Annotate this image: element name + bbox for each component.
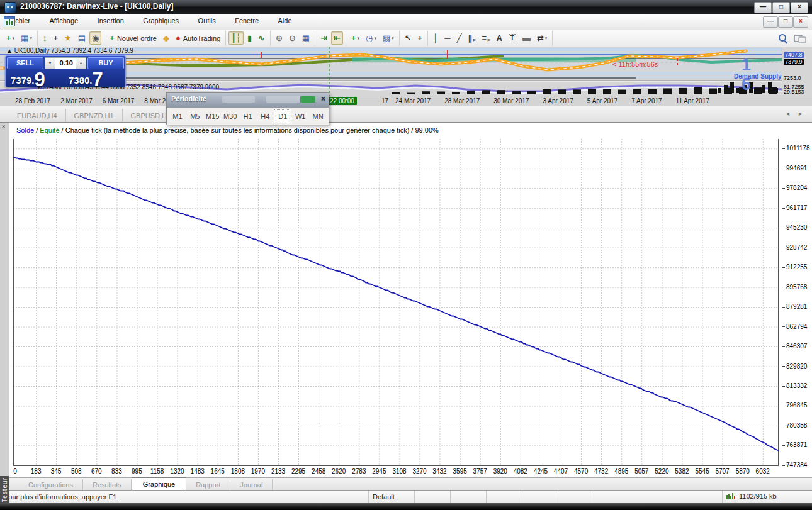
terminal-button[interactable]: ▤ xyxy=(76,31,88,45)
horizontal-line-button[interactable]: ─ xyxy=(442,31,453,45)
community-chat-icon[interactable] xyxy=(794,34,806,43)
chevron-down-icon[interactable]: ▾ xyxy=(358,36,360,41)
period-button-m1[interactable]: M1 xyxy=(169,109,186,123)
zoom-out-button[interactable]: ⊖ xyxy=(286,31,298,45)
period-button-h1[interactable]: H1 xyxy=(239,109,257,123)
bar-chart-button[interactable]: ┃┆ xyxy=(228,31,244,45)
period-button-h4[interactable]: H4 xyxy=(256,109,274,123)
tester-tab-graphique[interactable]: Graphique xyxy=(132,477,186,491)
navigator-button[interactable]: ★ xyxy=(62,31,74,45)
new-order-button[interactable]: +Nouvel ordre xyxy=(107,31,159,45)
text-label-button[interactable]: T xyxy=(506,32,519,44)
tester-tab-journal[interactable]: Journal xyxy=(230,479,273,491)
menu-item-fenetre[interactable]: Fenetre xyxy=(228,14,266,30)
zoom-in-button[interactable]: ⊕ xyxy=(273,31,285,45)
menu-item-aide[interactable]: Aide xyxy=(271,14,299,30)
x-axis-label: 183 xyxy=(31,468,42,475)
periodicity-close-icon[interactable]: × xyxy=(321,94,325,103)
cursor-button[interactable]: ↖ xyxy=(402,31,414,45)
maximize-button[interactable]: □ xyxy=(772,2,790,13)
tester-tabs: ConfigurationsResultatsGraphiqueRapportJ… xyxy=(0,477,812,491)
autotrading-button[interactable]: ●AutoTrading xyxy=(173,31,223,45)
shapes-button[interactable]: ▬ xyxy=(520,31,533,45)
fibonacci-button[interactable]: ≡F xyxy=(480,31,493,45)
chevron-down-icon[interactable]: ▾ xyxy=(545,36,548,41)
menu-item-insertion[interactable]: Insertion xyxy=(91,14,131,30)
menu-item-outils[interactable]: Outils xyxy=(191,14,223,30)
search-icon[interactable] xyxy=(778,33,787,43)
date-fragment: 17 xyxy=(381,97,388,104)
tester-vertical-tab[interactable]: Testeur xyxy=(0,476,9,504)
period-button-mn[interactable]: MN xyxy=(309,109,327,123)
period-button-w1[interactable]: W1 xyxy=(291,109,309,123)
child-restore-button[interactable]: □ xyxy=(778,16,793,28)
navigator-icon: ★ xyxy=(64,33,72,43)
close-button[interactable]: × xyxy=(791,2,808,13)
x-axis-label: 508 xyxy=(71,468,82,475)
tester-tab-resultats[interactable]: Resultats xyxy=(83,479,132,491)
line-chart-button[interactable]: ∿ xyxy=(256,31,268,45)
volume-decrease-button[interactable]: ▼ xyxy=(45,57,55,69)
data-window-button[interactable]: + xyxy=(50,31,60,45)
child-minimize-button[interactable]: — xyxy=(763,16,778,28)
shapes-icon: ▬ xyxy=(522,33,531,43)
symbol-ohlc-text: UK100,Daily 7354.3 7392.4 7334.6 7379.9 xyxy=(14,47,133,54)
chart-profiles-button[interactable]: ▦▾ xyxy=(18,31,35,45)
periodicity-titlebar[interactable]: Périodicité × xyxy=(167,93,329,108)
chevron-down-icon[interactable]: ▾ xyxy=(30,36,32,41)
tester-tab-configurations[interactable]: Configurations xyxy=(19,479,83,491)
volume-increase-button[interactable]: ▲ xyxy=(76,57,86,69)
arrows-button[interactable]: ⇄▾ xyxy=(534,31,550,45)
legend-model-text: / Chaque tick (la méthode la plus précis… xyxy=(60,126,439,134)
candlestick-chart-button[interactable]: ▮ xyxy=(245,31,254,45)
trendline-button[interactable]: ╱ xyxy=(454,31,465,45)
balance-curve-svg xyxy=(13,139,779,466)
market-watch-button[interactable]: ↕ xyxy=(40,31,50,45)
x-axis-label: 1158 xyxy=(150,468,164,475)
new-order-label: Nouvel ordre xyxy=(117,35,157,42)
buy-button[interactable]: BUY xyxy=(87,57,124,69)
sell-price[interactable]: 7379.9 xyxy=(11,69,45,86)
new-chart-button[interactable]: +▾ xyxy=(4,31,17,45)
chart-tab-gbpnzd-h1[interactable]: GBPNZD,H1 xyxy=(66,109,123,122)
vertical-line-button[interactable]: │ xyxy=(431,31,441,45)
sell-button[interactable]: SELL xyxy=(7,57,43,69)
equidistant-channel-button[interactable]: ∥E xyxy=(465,31,478,45)
tile-windows-button[interactable]: ▦ xyxy=(300,31,312,45)
price-chart-strip: ▲ UK100,Daily 7354.3 7392.4 7334.6 7379.… xyxy=(0,47,782,96)
indicators-button[interactable]: +▾ xyxy=(349,31,362,45)
chart-tab-euraud-h4[interactable]: EURAUD,H4 xyxy=(9,109,66,122)
chevron-down-icon[interactable]: ▾ xyxy=(392,36,394,41)
periods-button[interactable]: ◷▾ xyxy=(363,31,379,45)
templates-button[interactable]: ▨▾ xyxy=(380,31,397,45)
chevron-down-icon[interactable]: ▾ xyxy=(13,36,15,41)
period-button-m30[interactable]: M30 xyxy=(222,109,239,123)
text-button[interactable]: A xyxy=(493,31,504,45)
menu-item-affichage[interactable]: Affichage xyxy=(42,14,85,30)
tester-close-icon[interactable]: × xyxy=(2,123,5,130)
tester-tab-rapport[interactable]: Rapport xyxy=(186,479,230,491)
metaeditor-button[interactable]: ◆ xyxy=(161,31,172,45)
child-close-button[interactable]: × xyxy=(793,16,808,28)
volume-input[interactable]: 0.10 xyxy=(55,57,76,69)
data-window-icon: + xyxy=(53,33,58,43)
chevron-down-icon[interactable]: ▾ xyxy=(374,36,376,41)
auto-scroll-button[interactable]: ⇥ xyxy=(318,31,330,45)
period-button-m5[interactable]: M5 xyxy=(186,109,204,123)
period-button-m15[interactable]: M15 xyxy=(204,109,222,123)
chart-shift-button[interactable]: ⇤ xyxy=(331,31,343,45)
status-cell xyxy=(487,491,522,504)
status-profile[interactable]: Default xyxy=(369,491,415,504)
crosshair-button[interactable]: + xyxy=(415,31,426,45)
menu-item-graphiques[interactable]: Graphiques xyxy=(136,14,186,30)
date-label: 30 Mar 2017 xyxy=(493,97,529,104)
period-button-d1[interactable]: D1 xyxy=(274,109,291,123)
collapse-panel-icon[interactable]: ▲ xyxy=(6,47,13,54)
market-watch-icon: ↕ xyxy=(43,33,47,43)
tabs-scroll-left-icon[interactable]: ◄ xyxy=(785,111,791,117)
tabs-scroll-right-icon[interactable]: ► xyxy=(798,111,803,117)
minimize-button[interactable]: — xyxy=(754,2,772,13)
window-bottom-edge xyxy=(0,503,812,510)
strategy-tester-button[interactable]: ◉ xyxy=(89,31,101,45)
buy-price[interactable]: 7380.7 xyxy=(69,69,103,86)
